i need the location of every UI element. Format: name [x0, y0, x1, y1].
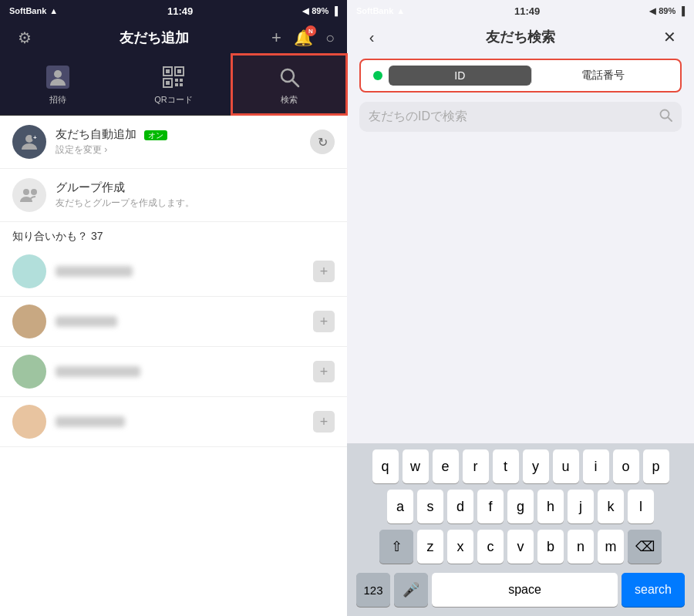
svg-line-20 — [668, 117, 672, 121]
key-f[interactable]: f — [477, 490, 504, 523]
key-b[interactable]: b — [537, 530, 564, 564]
left-nav-title: 友だち追加 — [37, 29, 271, 47]
group-sub: 友だちとグループを作成します。 — [56, 197, 335, 210]
plus-icon[interactable]: + — [271, 28, 281, 48]
search-button[interactable]: search — [622, 573, 685, 607]
key-k[interactable]: k — [598, 490, 624, 523]
key-i[interactable]: i — [583, 449, 609, 483]
add-contact-button-2[interactable]: + — [313, 311, 335, 332]
auto-add-badge: オン — [144, 130, 167, 140]
keyboard: q w e r t y u i o p a s d f g h j k l ⇧ … — [347, 443, 694, 616]
back-button[interactable]: ‹ — [359, 29, 384, 46]
right-location-icon: ◀ — [649, 6, 655, 16]
segment-phone-option[interactable]: 電話番号 — [532, 65, 675, 86]
left-wifi-icon: ▲ — [49, 6, 58, 15]
key-j[interactable]: j — [568, 490, 594, 523]
tab-invite[interactable]: 招待 — [0, 54, 116, 115]
num-key[interactable]: 123 — [356, 573, 390, 607]
left-content: + 友だち自動追加 オン 設定を変更 › ↻ — [0, 116, 347, 616]
key-n[interactable]: n — [568, 530, 594, 564]
shift-key[interactable]: ⇧ — [379, 530, 413, 564]
key-p[interactable]: p — [643, 449, 669, 483]
contact-name-2 — [56, 316, 304, 327]
qr-label: QRコード — [154, 94, 193, 106]
key-d[interactable]: d — [447, 490, 473, 523]
key-l[interactable]: l — [628, 490, 654, 523]
key-q[interactable]: q — [372, 449, 399, 483]
svg-rect-11 — [180, 83, 183, 86]
key-x[interactable]: x — [447, 530, 473, 564]
right-time: 11:49 — [514, 5, 540, 17]
key-m[interactable]: m — [598, 530, 624, 564]
tab-search[interactable]: 検索 — [231, 54, 347, 115]
key-z[interactable]: z — [417, 530, 443, 564]
invite-icon — [44, 63, 72, 91]
left-panel: SoftBank ▲ 11:49 ◀ 89% ▐ ⚙ 友だち追加 + 🔔 N ○ — [0, 0, 347, 616]
add-contact-button-1[interactable]: + — [313, 261, 335, 282]
key-v[interactable]: v — [507, 530, 534, 564]
svg-rect-7 — [166, 81, 170, 85]
right-panel: SoftBank ▲ 11:49 ◀ 89% ▐ ‹ 友だち検索 ✕ ID 電話… — [347, 0, 694, 616]
right-nav-bar: ‹ 友だち検索 ✕ — [347, 22, 694, 52]
right-wifi-icon: ▲ — [396, 6, 405, 15]
list-item[interactable]: + — [0, 297, 347, 347]
segment-id-option[interactable]: ID — [389, 66, 531, 86]
key-e[interactable]: e — [433, 449, 459, 483]
list-item[interactable]: + — [0, 247, 347, 297]
acquaintances-header: 知り合いかも？ 37 — [0, 222, 347, 247]
add-contact-button-3[interactable]: + — [313, 361, 335, 382]
auto-add-sub: 設定を変更 › — [56, 143, 301, 157]
key-u[interactable]: u — [553, 449, 579, 483]
key-r[interactable]: r — [463, 449, 489, 483]
contact-avatar-3 — [12, 355, 46, 389]
search-label: 検索 — [281, 94, 298, 106]
invite-label: 招待 — [49, 94, 66, 106]
plus-icon-wrap: + — [271, 28, 281, 48]
key-g[interactable]: g — [507, 490, 534, 523]
contact-avatar-4 — [12, 405, 46, 439]
qr-icon — [160, 63, 187, 91]
key-y[interactable]: y — [523, 449, 549, 483]
key-c[interactable]: c — [477, 530, 504, 564]
right-close-button[interactable]: ✕ — [657, 28, 682, 46]
group-create-item[interactable]: グループ作成 友だちとグループを作成します。 — [0, 169, 347, 222]
right-battery-icon: ▐ — [679, 6, 685, 15]
left-carrier: SoftBank — [9, 6, 46, 15]
add-contact-button-4[interactable]: + — [313, 411, 335, 433]
right-status-right: ◀ 89% ▐ — [649, 6, 685, 16]
key-t[interactable]: t — [493, 449, 519, 483]
tab-qr[interactable]: QRコード — [116, 54, 231, 115]
list-item[interactable]: + — [0, 397, 347, 447]
key-h[interactable]: h — [537, 490, 564, 523]
keyboard-row-1: q w e r t y u i o p — [350, 449, 691, 483]
right-battery-pct: 89% — [659, 6, 675, 15]
left-status-right: ◀ 89% ▐ — [302, 6, 338, 16]
key-o[interactable]: o — [613, 449, 639, 483]
key-a[interactable]: a — [387, 490, 413, 523]
refresh-button[interactable]: ↻ — [310, 130, 335, 154]
left-nav-bar: ⚙ 友だち追加 + 🔔 N ○ — [0, 22, 347, 54]
contact-name-3 — [56, 366, 304, 377]
person-icon[interactable]: ○ — [325, 29, 335, 47]
contact-name-1 — [56, 266, 304, 277]
space-key[interactable]: space — [432, 573, 618, 607]
svg-text:+: + — [33, 134, 37, 141]
contact-avatar-2 — [12, 305, 46, 338]
settings-icon[interactable]: ⚙ — [12, 29, 37, 47]
right-status-bar: SoftBank ▲ 11:49 ◀ 89% ▐ — [347, 0, 694, 22]
auto-add-info: 友だち自動追加 オン 設定を変更 › — [56, 127, 301, 157]
auto-add-item[interactable]: + 友だち自動追加 オン 設定を変更 › ↻ — [0, 116, 347, 169]
auto-add-title: 友だち自動追加 オン — [56, 127, 301, 142]
left-nav-right-icons: + 🔔 N ○ — [271, 28, 335, 48]
right-nav-title: 友だち検索 — [384, 28, 657, 46]
search-field[interactable]: 友だちのIDで検索 — [359, 102, 682, 132]
mic-key[interactable]: 🎤 — [394, 573, 428, 607]
key-s[interactable]: s — [417, 490, 443, 523]
keyboard-row-3: ⇧ z x c v b n m ⌫ — [350, 530, 691, 564]
list-item[interactable]: + — [0, 347, 347, 397]
left-status-left: SoftBank ▲ — [9, 6, 58, 15]
contact-avatar-1 — [12, 254, 46, 288]
svg-rect-8 — [175, 79, 178, 82]
key-w[interactable]: w — [403, 449, 429, 483]
delete-key[interactable]: ⌫ — [628, 530, 662, 564]
